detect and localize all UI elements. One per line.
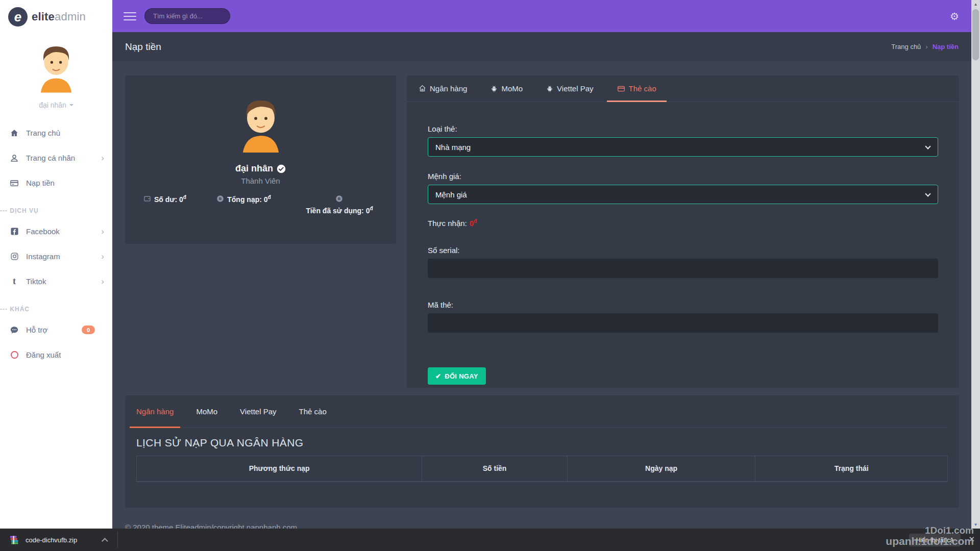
chat-icon	[9, 325, 19, 335]
tab-momo[interactable]: MoMo	[480, 76, 533, 102]
receive-value: 0	[470, 219, 474, 228]
profile-name-row: đại nhân	[235, 163, 286, 174]
chevron-right-icon: ›	[101, 227, 104, 237]
tab-viettel-pay[interactable]: Viettel Pay	[536, 76, 603, 102]
tab-the-cao[interactable]: Thẻ cào	[607, 76, 667, 102]
download-item[interactable]: code-dichvufb.zip	[0, 535, 108, 545]
stat-value: 0	[179, 195, 183, 204]
breadcrumb-home-link[interactable]: Trang chủ	[891, 43, 921, 51]
sidebar-user-dropdown[interactable]: đại nhân	[39, 101, 74, 109]
gear-icon[interactable]: ⚙	[950, 10, 959, 22]
browser-download-bar: code-dichvufb.zip Hiển thị tất cả ✕ 1Doi…	[0, 529, 980, 551]
show-all-downloads-button[interactable]: Hiển thị tất cả	[909, 534, 961, 546]
denomination-selected-value: Mệnh giá	[435, 190, 467, 199]
breadcrumb: Trang chủ › Nạp tiền	[891, 43, 959, 51]
column-header: Ngày nạp	[567, 456, 755, 482]
verified-check-icon	[277, 164, 286, 173]
sidebar-item-facebook[interactable]: Facebook ›	[0, 219, 112, 244]
scroll-down-arrow-icon[interactable]: ▼	[971, 520, 980, 529]
sidebar-section-dich-vu: --- DỊCH VỤ	[0, 205, 112, 217]
profile-stats: Số dư: 0đ B Tổng nạp: 0đ B T	[125, 194, 396, 215]
currency-suffix: đ	[474, 218, 477, 224]
brand-text-light: admin	[55, 10, 86, 23]
brand-logo-text: eliteadmin	[32, 10, 86, 23]
sidebar-item-label: Trang chủ	[26, 129, 60, 137]
card-icon	[617, 85, 625, 93]
sidebar-item-trang-chu[interactable]: Trang chủ	[0, 120, 112, 145]
sidebar-item-label: Facebook	[26, 227, 60, 236]
breadcrumb-current[interactable]: Nạp tiền	[933, 43, 959, 51]
stat-tong-nap: B Tổng nạp: 0đ	[216, 194, 271, 215]
download-file-name: code-dichvufb.zip	[26, 536, 77, 544]
serial-input[interactable]	[428, 259, 938, 278]
sidebar-item-label: Đăng xuất	[26, 350, 61, 359]
main-area: ⚙ Nạp tiền Trang chủ › Nạp tiền	[112, 0, 971, 529]
tab-ngan-hang[interactable]: Ngân hàng	[408, 76, 477, 102]
brand-text-bold: elite	[32, 10, 55, 23]
sidebar-item-label: Tiktok	[26, 277, 46, 286]
bank-home-icon	[419, 85, 426, 92]
sidebar-item-label: Instagram	[26, 252, 60, 261]
sidebar-section-khac: --- KHÁC	[0, 303, 112, 315]
content: đại nhân Thành Viên Số dư: 0đ	[112, 61, 971, 529]
chevron-right-icon: ›	[101, 153, 104, 163]
sidebar-user-name: đại nhân	[39, 101, 66, 109]
profile-role: Thành Viên	[241, 177, 280, 185]
profile-name: đại nhân	[235, 163, 273, 174]
stat-tien-da-su-dung: B Tiền đã sử dụng: 0đ	[301, 194, 378, 215]
receive-amount-row: Thực nhận:0đ	[428, 218, 938, 228]
history-tab-momo[interactable]: MoMo	[196, 395, 217, 428]
recharge-form: Loại thẻ: Nhà mạng Mệnh giá: Mệnh giá Th…	[407, 124, 959, 385]
hamburger-menu-icon[interactable]	[124, 12, 136, 20]
sidebar-item-label: Nạp tiền	[26, 179, 55, 187]
breadcrumb-separator: ›	[925, 43, 927, 51]
check-icon: ✔	[435, 372, 441, 380]
user-icon	[9, 153, 19, 163]
close-icon[interactable]: ✕	[968, 535, 975, 543]
sidebar-item-label: Trang cá nhân	[26, 154, 75, 162]
app-root: e eliteadmin đại nhân Trang c	[0, 0, 980, 551]
chevron-right-icon: ›	[101, 252, 104, 262]
history-tab-viettel-pay[interactable]: Viettel Pay	[240, 395, 276, 428]
denomination-select[interactable]: Mệnh giá	[428, 185, 938, 204]
submit-button[interactable]: ✔ ĐỔI NGAY	[428, 367, 486, 385]
card-type-select[interactable]: Nhà mạng	[428, 137, 938, 157]
search-input[interactable]	[144, 8, 230, 24]
history-tab-ngan-hang[interactable]: Ngân hàng	[136, 395, 174, 428]
support-badge: 0	[82, 325, 95, 334]
sidebar-item-dang-xuat[interactable]: Đăng xuất	[0, 342, 112, 367]
column-header: Số tiền	[422, 456, 567, 482]
sidebar-item-nap-tien[interactable]: Nạp tiền	[0, 170, 112, 195]
chevron-right-icon: ›	[101, 277, 104, 287]
sidebar-item-ho-tro[interactable]: Hỗ trợ 0	[0, 317, 112, 342]
svg-text:B: B	[338, 196, 341, 201]
page-title: Nạp tiền	[125, 41, 161, 53]
brand-logo-icon: e	[8, 7, 28, 27]
serial-label: Số serial:	[428, 246, 938, 255]
card-type-selected-value: Nhà mạng	[435, 143, 471, 152]
sidebar-menu: Trang chủ Trang cá nhân › Nạp tiền --- D…	[0, 120, 112, 367]
history-tab-the-cao[interactable]: Thẻ cào	[299, 395, 327, 428]
scrollbar-thumb[interactable]	[972, 9, 979, 60]
sidebar-item-trang-ca-nhan[interactable]: Trang cá nhân ›	[0, 145, 112, 170]
sidebar-item-tiktok[interactable]: t Tiktok ›	[0, 269, 112, 294]
scroll-up-arrow-icon[interactable]: ▲	[971, 0, 980, 8]
vertical-scrollbar[interactable]: ▲ ▼	[971, 0, 980, 529]
sidebar: e eliteadmin đại nhân Trang c	[0, 0, 112, 529]
sidebar-item-instagram[interactable]: Instagram ›	[0, 244, 112, 269]
stat-label: Tiền đã sử dụng:	[306, 207, 363, 215]
table-header-row: Phương thức nạp Số tiền Ngày nạp Trạng t…	[137, 456, 948, 482]
submit-button-label: ĐỔI NGAY	[445, 372, 478, 380]
card-code-label: Mã thẻ:	[428, 300, 938, 309]
brand-logo[interactable]: e eliteadmin	[0, 0, 112, 27]
profile-card: đại nhân Thành Viên Số dư: 0đ	[125, 76, 396, 244]
rar-file-icon	[9, 535, 19, 545]
download-expand-chevron-icon[interactable]	[102, 538, 108, 544]
credit-card-icon	[9, 178, 19, 188]
stat-label: Số dư:	[154, 195, 177, 204]
recharge-card: Ngân hàng MoMo Viettel Pay	[407, 76, 959, 388]
tab-label: Viettel Pay	[557, 84, 593, 93]
sidebar-avatar[interactable]	[29, 40, 84, 97]
currency-suffix: đ	[370, 206, 373, 211]
card-code-input[interactable]	[428, 313, 938, 333]
